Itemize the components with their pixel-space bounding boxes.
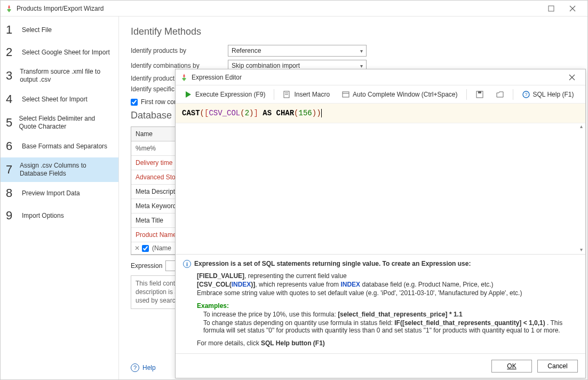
clear-filter-icon[interactable]: ✕ [134,244,140,252]
first-row-checkbox[interactable] [131,99,138,106]
dialog-footer: OK Cancel [176,353,585,378]
filter-summary: (Name [152,244,171,252]
expression-code-editor[interactable]: CAST([CSV_COL(2)] AS CHAR(156)) [176,104,585,123]
maximize-button[interactable] [541,1,562,16]
dialog-toolbar: Execute Expression (F9) Insert Macro Aut… [176,85,585,104]
step-8[interactable]: 8Preview Import Data [1,182,118,204]
open-icon-button[interactable] [492,88,507,101]
identify-methods-heading: Identify Methods [131,26,576,37]
svg-marker-5 [186,91,191,98]
identify-products-select[interactable]: Reference▾ [228,45,367,57]
svg-rect-9 [343,92,349,97]
cancel-button[interactable]: Cancel [537,360,578,373]
wizard-steps-sidebar: 1Select File 2Select Google Sheet for Im… [1,17,119,380]
help-icon: ? [522,90,530,99]
dialog-close-button[interactable] [563,70,581,84]
step-9[interactable]: 9Import Options [1,204,118,227]
identify-products-row: Identify products by Reference▾ [131,45,576,57]
expression-editor-dialog: Expression Editor Execute Expression (F9… [175,69,586,378]
dialog-titlebar: Expression Editor [176,69,585,85]
step-5[interactable]: 5Select Fields Delimiter and Quote Chara… [1,110,118,135]
save-icon [475,90,484,99]
window-titlebar: Products Import/Export Wizard [1,1,587,17]
step-4[interactable]: 4Select Sheet for Import [1,88,118,110]
execute-expression-button[interactable]: Execute Expression (F9) [181,88,268,101]
expression-label: Expression [131,262,162,270]
macro-icon [283,90,291,99]
step-3[interactable]: 3Transform source .xml file to output .c… [1,64,118,88]
save-icon-button[interactable] [472,88,487,101]
sql-help-button[interactable]: ? SQL Help (F1) [519,88,577,101]
help-icon: ? [131,363,139,372]
window-title: Products Import/Export Wizard [17,5,541,12]
step-1[interactable]: 1Select File [1,19,118,41]
ok-button[interactable]: OK [491,360,532,373]
first-row-label: First row con [141,98,178,106]
scroll-up-icon[interactable]: ▴ [578,123,584,131]
svg-rect-12 [478,91,481,93]
step-2[interactable]: 2Select Google Sheet for Import [1,41,118,64]
folder-open-icon [496,90,504,99]
close-button[interactable] [562,1,583,16]
vertical-scrollbar[interactable]: ▴ ▾ [578,123,584,254]
app-icon [180,73,188,82]
identify-products-label: Identify products by [131,47,228,54]
chevron-down-icon: ▾ [360,48,363,54]
dialog-title: Expression Editor [192,74,563,81]
identify-combinations-label: Identify combinations by [131,62,228,69]
chevron-down-icon: ▾ [360,63,363,69]
insert-macro-button[interactable]: Insert Macro [280,88,333,101]
help-link[interactable]: ? Help [131,363,156,372]
autocomplete-button[interactable]: Auto Complete Window (Ctrl+Space) [338,88,460,101]
info-icon: i [183,260,191,268]
svg-rect-0 [549,6,554,11]
app-icon [5,4,13,13]
autocomplete-icon [341,90,350,99]
scroll-down-icon[interactable]: ▾ [578,247,584,254]
expression-help-panel: iExpression is a set of SQL statements r… [176,254,585,353]
editor-body-area[interactable]: ▴ ▾ [176,123,585,254]
step-6[interactable]: 6Base Formats and Separators [1,135,118,157]
svg-text:?: ? [525,92,527,97]
play-icon [184,90,193,99]
step-7[interactable]: 7Assign .csv Columns to Database Fields [1,157,118,182]
filter-enabled-checkbox[interactable] [142,245,149,252]
